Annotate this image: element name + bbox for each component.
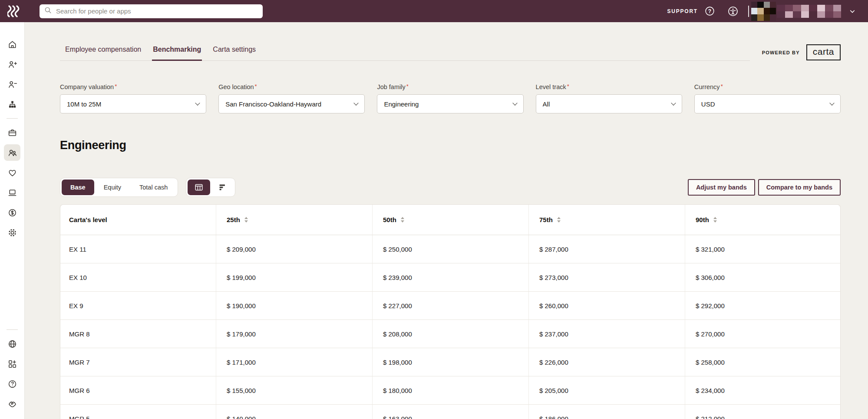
filter-company-valuation: Company valuation* 10M to 25M xyxy=(60,83,206,113)
chart-view-button[interactable] xyxy=(211,180,234,195)
geo-location-select[interactable]: San Francisco-Oakland-Hayward xyxy=(218,94,365,113)
toggle-base[interactable]: Base xyxy=(62,180,94,195)
tab-employee-compensation[interactable]: Employee compensation xyxy=(65,46,141,53)
user-avatar[interactable] xyxy=(751,2,776,21)
tabs-row: Employee compensation Benchmarking Carta… xyxy=(60,22,841,61)
table-view-button[interactable] xyxy=(188,180,210,195)
value-cell: $ 321,000 xyxy=(685,235,840,263)
value-cell: $ 155,000 xyxy=(216,376,372,404)
apps-grid-icon xyxy=(7,359,17,369)
toggle-equity[interactable]: Equity xyxy=(95,180,130,195)
sidebar-item-global[interactable] xyxy=(4,336,20,352)
svg-text:?: ? xyxy=(708,8,711,14)
column-header-75th[interactable]: 75th xyxy=(528,205,685,235)
user-name-redacted xyxy=(777,5,841,18)
accessibility-icon[interactable] xyxy=(727,6,739,17)
value-cell: $ 199,000 xyxy=(216,263,372,291)
heart-icon xyxy=(7,168,17,178)
required-asterisk: * xyxy=(115,83,117,90)
value-cell: $ 258,000 xyxy=(685,348,840,376)
sidebar-item-help[interactable] xyxy=(4,376,20,392)
value-cell: $ 198,000 xyxy=(372,348,528,376)
column-header-90th[interactable]: 90th xyxy=(685,205,840,235)
app-window: SUPPORT ? xyxy=(0,0,868,419)
value-cell: $ 179,000 xyxy=(216,320,372,348)
compare-to-my-bands-button[interactable]: Compare to my bands xyxy=(758,179,841,196)
value-cell: $ 208,000 xyxy=(372,320,528,348)
people-icon xyxy=(7,148,17,158)
level-cell: MGR 7 xyxy=(60,348,216,376)
band-actions: Adjust my bands Compare to my bands xyxy=(688,179,841,196)
job-family-select[interactable]: Engineering xyxy=(377,94,523,113)
sidebar-item-home[interactable] xyxy=(4,36,20,53)
sort-icon xyxy=(713,217,717,223)
chevron-down-icon xyxy=(354,100,359,105)
value-cell: $ 140,000 xyxy=(216,405,372,419)
value-cell: $ 205,000 xyxy=(528,376,685,404)
bar-chart-icon xyxy=(218,183,227,192)
add-person-icon xyxy=(7,60,17,70)
search-icon xyxy=(44,6,56,16)
table-row: EX 10 $ 199,000 $ 239,000 $ 273,000 $ 30… xyxy=(60,263,840,292)
column-header-25th[interactable]: 25th xyxy=(216,205,372,235)
level-track-select[interactable]: All xyxy=(536,94,682,113)
view-toggle xyxy=(186,178,235,197)
filter-label: Geo location* xyxy=(218,83,365,91)
value-cell: $ 212,000 xyxy=(685,405,840,419)
laptop-icon xyxy=(7,188,17,198)
global-search[interactable] xyxy=(40,4,263,18)
sidebar-item-add-person[interactable] xyxy=(4,56,20,73)
column-header-50th[interactable]: 50th xyxy=(372,205,528,235)
adjust-my-bands-button[interactable]: Adjust my bands xyxy=(688,179,755,196)
sidebar-item-benefits[interactable] xyxy=(4,164,20,181)
sidebar-bottom-group xyxy=(4,327,20,416)
filter-job-family: Job family* Engineering xyxy=(377,83,523,113)
sidebar-item-settings[interactable] xyxy=(4,224,20,241)
help-icon xyxy=(7,379,17,389)
value-cell: $ 270,000 xyxy=(685,320,840,348)
sidebar-item-remove-person[interactable] xyxy=(4,76,20,93)
tab-benchmarking[interactable]: Benchmarking xyxy=(153,46,201,53)
value-cell: $ 273,000 xyxy=(528,263,685,291)
currency-select[interactable]: USD xyxy=(694,94,841,113)
remove-person-icon xyxy=(7,80,17,90)
value-cell: $ 190,000 xyxy=(216,292,372,319)
required-asterisk: * xyxy=(406,83,409,90)
support-link[interactable]: SUPPORT xyxy=(667,8,698,14)
help-circle-icon[interactable]: ? xyxy=(704,6,715,17)
value-cell: $ 287,000 xyxy=(528,235,685,263)
tab-carta-settings[interactable]: Carta settings xyxy=(213,46,256,53)
sidebar-divider xyxy=(7,329,18,330)
level-cell: MGR 8 xyxy=(60,320,216,348)
chevron-down-icon xyxy=(671,100,676,105)
filter-label: Job family* xyxy=(377,83,523,91)
filter-label: Level track* xyxy=(536,83,682,91)
value-cell: $ 171,000 xyxy=(216,348,372,376)
table-row: EX 11 $ 209,000 $ 250,000 $ 287,000 $ 32… xyxy=(60,235,840,263)
dollar-circle-icon xyxy=(7,208,17,218)
page-title: Engineering xyxy=(60,138,841,153)
table-row: MGR 7 $ 171,000 $ 198,000 $ 226,000 $ 25… xyxy=(60,348,840,376)
toggle-total-cash[interactable]: Total cash xyxy=(131,180,176,195)
home-icon xyxy=(7,40,17,50)
briefcase-icon xyxy=(7,128,17,138)
sidebar-item-devices[interactable] xyxy=(4,184,20,201)
sidebar-item-briefcase[interactable] xyxy=(4,124,20,141)
search-input[interactable] xyxy=(56,7,258,15)
value-cell: $ 292,000 xyxy=(685,292,840,319)
table-header-row: Carta's level 25th 50th 75th 90th xyxy=(60,205,840,235)
sidebar-item-people[interactable] xyxy=(4,144,20,161)
sidebar-item-referral[interactable] xyxy=(4,396,20,412)
level-cell: EX 10 xyxy=(60,263,216,291)
level-cell: MGR 5 xyxy=(60,405,216,419)
sidebar-item-org-chart[interactable] xyxy=(4,96,20,113)
rippling-logo-icon[interactable] xyxy=(7,5,20,17)
value-cell: $ 306,000 xyxy=(685,263,840,291)
value-cell: $ 186,000 xyxy=(528,405,685,419)
sidebar-item-apps[interactable] xyxy=(4,356,20,372)
table-row: MGR 6 $ 155,000 $ 180,000 $ 205,000 $ 23… xyxy=(60,376,840,405)
chevron-down-icon[interactable] xyxy=(849,8,856,14)
company-valuation-select[interactable]: 10M to 25M xyxy=(60,94,206,113)
filter-level-track: Level track* All xyxy=(536,83,682,113)
sidebar-item-payroll[interactable] xyxy=(4,204,20,221)
